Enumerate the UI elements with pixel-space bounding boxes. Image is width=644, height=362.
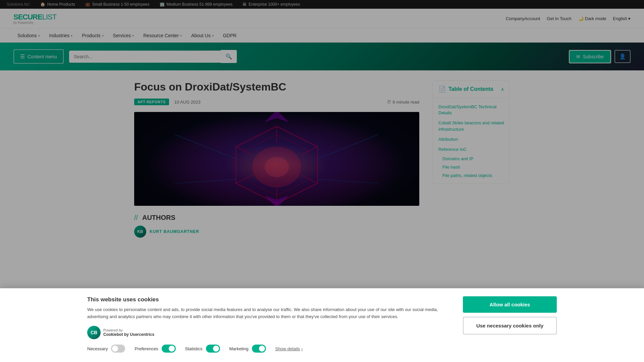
dim-overlay <box>0 0 644 248</box>
